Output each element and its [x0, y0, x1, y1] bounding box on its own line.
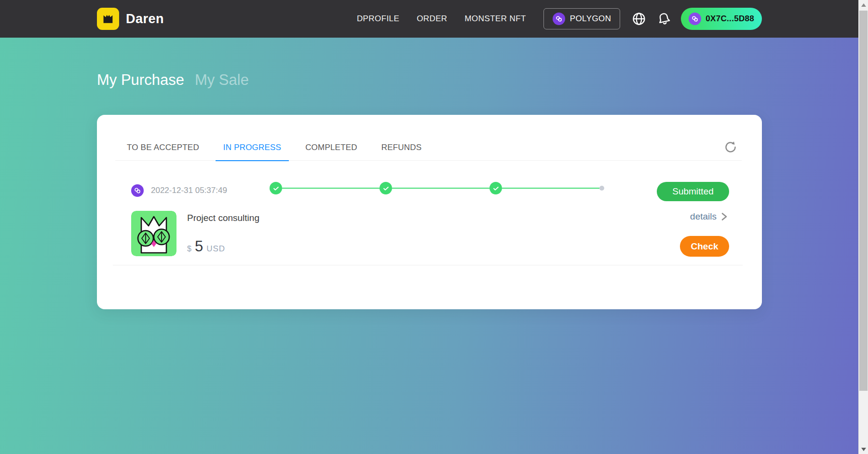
chevron-right-icon	[720, 212, 728, 221]
globe-icon	[632, 12, 646, 26]
app-root: Daren DPROFILE ORDER MONSTER NFT POLYGON	[0, 0, 868, 454]
order-timestamp: 2022-12-31 05:37:49	[151, 186, 227, 195]
scrollbar-down-button[interactable]	[859, 444, 868, 454]
tab-to-be-accepted[interactable]: TO BE ACCEPTED	[119, 136, 207, 161]
refresh-button[interactable]	[722, 139, 739, 155]
language-globe-button[interactable]	[631, 11, 647, 27]
arrow-up-icon	[861, 3, 866, 7]
tab-my-purchase[interactable]: My Purchase	[97, 71, 184, 89]
notification-button[interactable]	[656, 11, 672, 27]
price-amount: 5	[195, 238, 203, 255]
polygon-icon	[553, 13, 565, 25]
tab-in-progress[interactable]: IN PROGRESS	[216, 136, 289, 161]
step-completed-icon	[380, 182, 392, 194]
step-completed-icon	[489, 182, 502, 194]
network-selector-button[interactable]: POLYGON	[543, 8, 621, 29]
currency-code: USD	[206, 244, 225, 254]
order-stepper	[270, 182, 604, 194]
nav-link-dprofile[interactable]: DPROFILE	[357, 14, 399, 24]
order-status-tabs: TO BE ACCEPTED IN PROGRESS COMPLETED REF…	[115, 136, 742, 161]
order-meta: 2022-12-31 05:37:49	[131, 184, 227, 197]
network-label: POLYGON	[570, 14, 611, 24]
brand-name: Daren	[126, 12, 164, 27]
polygon-icon	[131, 184, 144, 197]
top-navbar: Daren DPROFILE ORDER MONSTER NFT POLYGON	[0, 0, 858, 38]
tab-my-sale[interactable]: My Sale	[195, 71, 249, 89]
scrollbar-thumb[interactable]	[859, 11, 868, 391]
stepper-line	[502, 188, 599, 189]
orders-card: TO BE ACCEPTED IN PROGRESS COMPLETED REF…	[97, 115, 762, 309]
status-badge-submitted[interactable]: Submitted	[657, 182, 729, 201]
product-title: Project consulting	[187, 213, 259, 223]
nft-image[interactable]	[131, 211, 176, 256]
stepper-line	[392, 188, 489, 189]
product-price: $ 5 USD	[187, 238, 225, 255]
polygon-icon	[689, 13, 701, 25]
browser-scrollbar[interactable]	[858, 0, 868, 454]
currency-symbol: $	[187, 245, 191, 253]
tab-refunds[interactable]: REFUNDS	[374, 136, 430, 161]
notification-icon	[655, 10, 673, 28]
nav-link-monster-nft[interactable]: MONSTER NFT	[465, 14, 526, 24]
wallet-address-button[interactable]: 0X7C...5D88	[681, 8, 762, 30]
scrollbar-up-button[interactable]	[859, 0, 868, 10]
crown-icon	[97, 8, 119, 30]
brand-logo[interactable]: Daren	[97, 8, 164, 30]
page-background: Daren DPROFILE ORDER MONSTER NFT POLYGON	[0, 0, 858, 454]
tab-completed[interactable]: COMPLETED	[298, 136, 365, 161]
nav-link-order[interactable]: ORDER	[417, 14, 447, 24]
step-pending-dot	[599, 186, 604, 191]
check-button[interactable]: Check	[680, 236, 729, 257]
row-divider	[113, 265, 743, 265]
details-link[interactable]: details	[690, 211, 728, 222]
navbar-right: DPROFILE ORDER MONSTER NFT POLYGON	[357, 8, 762, 30]
step-completed-icon	[270, 182, 282, 194]
stepper-line	[282, 188, 380, 189]
refresh-icon	[723, 140, 738, 154]
page-title-switcher: My Purchase My Sale	[97, 71, 249, 89]
arrow-down-icon	[861, 448, 866, 451]
details-label: details	[690, 211, 717, 222]
wallet-address: 0X7C...5D88	[705, 14, 754, 24]
